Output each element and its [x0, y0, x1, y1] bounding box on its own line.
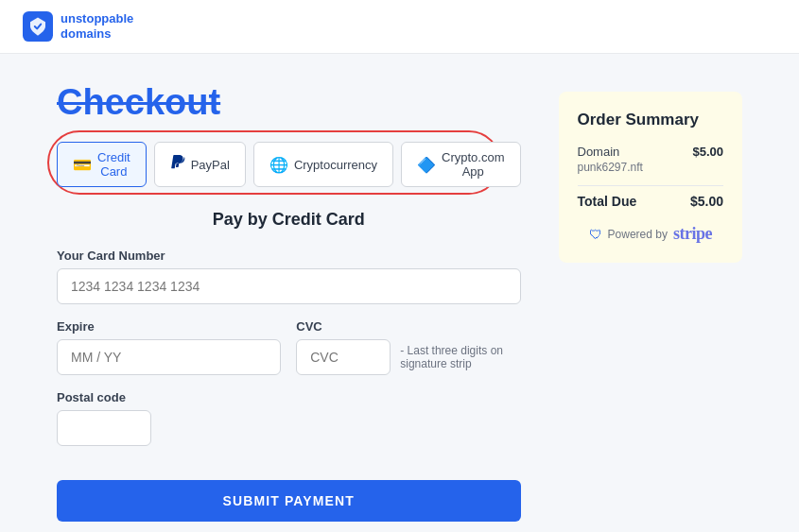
cryptocurrency-icon: 🌐	[269, 156, 288, 174]
domain-row: Domain punk6297.nft $5.00	[578, 145, 724, 174]
crypto-com-icon: 🔷	[417, 156, 436, 174]
powered-by: 🛡 Powered by stripe	[578, 224, 724, 244]
logo-icon	[23, 11, 53, 42]
payment-tabs: 💳 Credit Card PayPal 🌐 Cryptocurrency 🔷 …	[57, 142, 521, 187]
domain-name: punk6297.nft	[578, 161, 643, 174]
shield-icon: 🛡	[589, 227, 602, 242]
expire-label: Expire	[57, 319, 281, 334]
checkout-section: Checkout 💳 Credit Card PayPal 🌐 Cryptocu…	[57, 82, 521, 522]
tab-credit-card[interactable]: 💳 Credit Card	[57, 142, 147, 187]
payment-tabs-container: 💳 Credit Card PayPal 🌐 Cryptocurrency 🔷 …	[57, 142, 521, 187]
postal-code-label: Postal code	[57, 390, 521, 404]
header: unstoppable domains	[0, 0, 799, 54]
expire-input[interactable]	[57, 339, 281, 375]
tab-paypal[interactable]: PayPal	[154, 142, 246, 187]
summary-divider	[578, 185, 724, 186]
total-price: $5.00	[690, 194, 723, 209]
section-title: Pay by Credit Card	[57, 210, 521, 230]
domain-info: Domain punk6297.nft	[578, 145, 643, 174]
stripe-logo: stripe	[673, 224, 712, 244]
card-number-label: Your Card Number	[57, 249, 521, 263]
card-number-input[interactable]	[57, 268, 521, 304]
postal-code-group: Postal code	[57, 390, 521, 446]
tab-cryptocurrency[interactable]: 🌐 Cryptocurrency	[253, 142, 393, 187]
postal-code-input[interactable]	[57, 410, 151, 446]
cvc-group: CVC - Last three digits on signature str…	[296, 319, 520, 375]
submit-payment-button[interactable]: SUBMIT PAYMENT	[57, 480, 521, 522]
domain-price: $5.00	[692, 145, 723, 159]
page-title: Checkout	[57, 82, 521, 123]
total-label: Total Due	[578, 194, 637, 209]
cvc-hint: - Last three digits on signature strip	[400, 344, 520, 370]
order-summary-title: Order Summary	[578, 111, 724, 129]
logo-text: unstoppable domains	[61, 11, 133, 41]
domain-label: Domain	[578, 145, 643, 159]
main-content: Checkout 💳 Credit Card PayPal 🌐 Cryptocu…	[0, 54, 799, 532]
expire-cvc-row: Expire CVC - Last three digits on signat…	[57, 319, 521, 375]
powered-by-text: Powered by	[608, 228, 668, 241]
expire-group: Expire	[57, 319, 281, 375]
credit-card-icon: 💳	[73, 156, 92, 174]
cvc-input[interactable]	[296, 339, 391, 375]
order-summary: Order Summary Domain punk6297.nft $5.00 …	[559, 92, 743, 263]
tab-crypto-com[interactable]: 🔷 Crypto.com App	[401, 142, 520, 187]
cvc-label: CVC	[296, 319, 520, 334]
logo: unstoppable domains	[23, 11, 133, 42]
paypal-icon	[170, 155, 185, 174]
card-number-group: Your Card Number	[57, 249, 521, 304]
total-row: Total Due $5.00	[578, 194, 724, 209]
cvc-row: - Last three digits on signature strip	[296, 339, 520, 375]
